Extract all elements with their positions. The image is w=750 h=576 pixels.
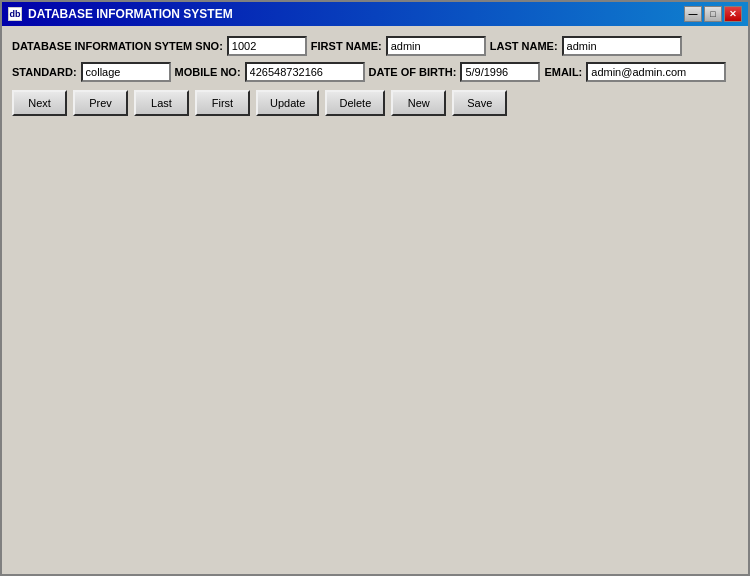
main-window: db DATABASE INFORMATION SYSTEM — □ ✕ DAT… xyxy=(0,0,750,576)
close-button[interactable]: ✕ xyxy=(724,6,742,22)
mobile-input[interactable] xyxy=(245,62,365,82)
standard-input[interactable] xyxy=(81,62,171,82)
new-button[interactable]: New xyxy=(391,90,446,116)
prev-button[interactable]: Prev xyxy=(73,90,128,116)
sno-input[interactable] xyxy=(227,36,307,56)
content-area: DATABASE INFORMATION SYTEM SNO: FIRST NA… xyxy=(2,26,748,574)
save-button[interactable]: Save xyxy=(452,90,507,116)
update-button[interactable]: Update xyxy=(256,90,319,116)
last-button[interactable]: Last xyxy=(134,90,189,116)
window-icon: db xyxy=(8,7,22,21)
title-bar-left: db DATABASE INFORMATION SYSTEM xyxy=(8,7,233,21)
first-button[interactable]: First xyxy=(195,90,250,116)
button-row: Next Prev Last First Update Delete New S… xyxy=(12,90,738,116)
maximize-button[interactable]: □ xyxy=(704,6,722,22)
sno-label: DATABASE INFORMATION SYTEM SNO: xyxy=(12,40,223,52)
lastname-input[interactable] xyxy=(562,36,682,56)
firstname-label: FIRST NAME: xyxy=(311,40,382,52)
form-row-2: STANDARD: MOBILE NO: DATE OF BIRTH: EMAI… xyxy=(12,62,738,82)
minimize-button[interactable]: — xyxy=(684,6,702,22)
title-controls: — □ ✕ xyxy=(684,6,742,22)
email-label: EMAIL: xyxy=(544,66,582,78)
lastname-label: LAST NAME: xyxy=(490,40,558,52)
dob-label: DATE OF BIRTH: xyxy=(369,66,457,78)
next-button[interactable]: Next xyxy=(12,90,67,116)
dob-input[interactable] xyxy=(460,62,540,82)
standard-label: STANDARD: xyxy=(12,66,77,78)
form-row-1: DATABASE INFORMATION SYTEM SNO: FIRST NA… xyxy=(12,36,738,56)
window-title: DATABASE INFORMATION SYSTEM xyxy=(28,7,233,21)
email-input[interactable] xyxy=(586,62,726,82)
mobile-label: MOBILE NO: xyxy=(175,66,241,78)
title-bar: db DATABASE INFORMATION SYSTEM — □ ✕ xyxy=(2,2,748,26)
delete-button[interactable]: Delete xyxy=(325,90,385,116)
firstname-input[interactable] xyxy=(386,36,486,56)
